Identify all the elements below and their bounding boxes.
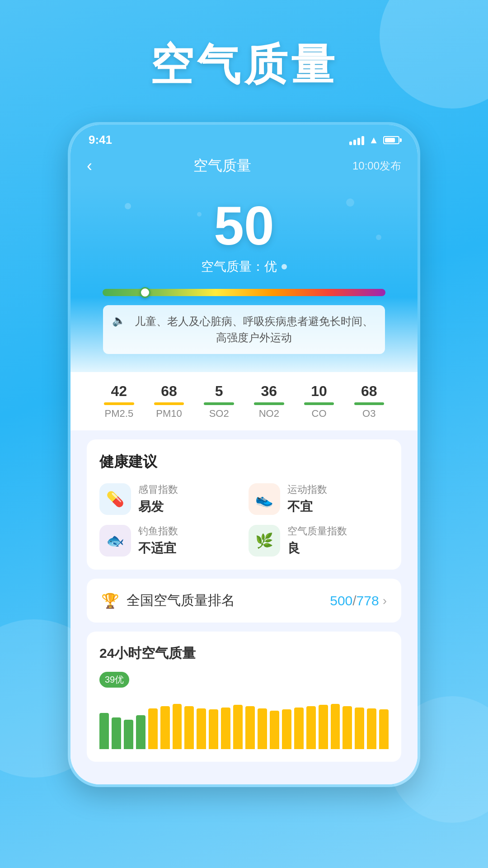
aqi-value: 50	[87, 198, 401, 253]
chart-bar	[197, 708, 206, 749]
status-icons: ▲	[349, 134, 399, 146]
chart-title: 24小时空气质量	[99, 644, 389, 663]
pollutant-bar	[354, 402, 384, 405]
content-area: 健康建议 💊 感冒指数 易发 👟 运动指数 不宜 🐟 钓鱼指数 不适宜 🌿 空气…	[70, 430, 418, 784]
back-button[interactable]: ‹	[87, 156, 92, 175]
chart-bar	[173, 704, 182, 749]
deco-dot-2	[197, 212, 202, 217]
advisory-text: 儿童、老人及心脏病、呼吸疾病患者避免长时间、高强度户外运动	[132, 313, 376, 346]
pollutant-value: 10	[294, 383, 344, 400]
health-info: 钓鱼指数 不适宜	[138, 524, 178, 557]
pollutant-name: NO2	[244, 408, 294, 420]
aqi-color-bar	[103, 289, 385, 296]
pollutant-value: 68	[344, 383, 394, 400]
pollutant-value: 68	[144, 383, 194, 400]
health-icon: 🌿	[249, 525, 280, 557]
ranking-section[interactable]: 🏆 全国空气质量排名 500/778 ›	[87, 579, 401, 623]
chart-bar	[184, 706, 194, 749]
chart-bar	[136, 715, 145, 749]
health-value: 易发	[138, 498, 178, 515]
chart-bar	[160, 706, 170, 749]
health-label: 空气质量指数	[287, 524, 347, 538]
chart-bar	[148, 708, 158, 749]
deco-dot-1	[125, 203, 131, 209]
ranking-current: 500/778	[330, 593, 379, 609]
signal-icon	[349, 135, 364, 145]
chart-bar	[367, 708, 376, 749]
health-label: 运动指数	[287, 483, 327, 496]
pollutants-row: 42 PM2.5 68 PM10 5 SO2 36 NO2 10 CO 68 O…	[87, 372, 401, 430]
ranking-label: 全国空气质量排名	[127, 591, 235, 610]
chart-bar	[282, 709, 291, 749]
phone-mockup: 9:41 ▲ ‹ 空气质量 10:00发布	[68, 122, 420, 787]
chart-bar	[112, 717, 121, 749]
health-icon: 👟	[249, 483, 280, 515]
health-value: 不宜	[287, 498, 327, 515]
chart-section: 24小时空气质量 39优	[87, 632, 401, 762]
health-item: 👟 运动指数 不宜	[249, 483, 389, 515]
pollutant-bar	[304, 402, 334, 405]
chevron-right-icon: ›	[383, 594, 387, 608]
pollutant-item: 36 NO2	[244, 383, 294, 420]
phone-inner: 9:41 ▲ ‹ 空气质量 10:00发布	[70, 125, 418, 784]
health-info: 空气质量指数 良	[287, 524, 347, 557]
chart-bar	[245, 706, 255, 749]
pollutant-name: O3	[344, 408, 394, 420]
publish-time: 10:00发布	[352, 159, 401, 173]
chart-bar	[306, 706, 316, 749]
aqi-section: 50 空气质量：优 🔈 儿童、老人及心脏病、呼吸疾病患者避免长时间、高强度户外运…	[70, 185, 418, 372]
chart-bar	[270, 711, 279, 749]
health-grid: 💊 感冒指数 易发 👟 运动指数 不宜 🐟 钓鱼指数 不适宜 🌿 空气质量指数 …	[99, 483, 389, 557]
health-info: 感冒指数 易发	[138, 483, 178, 515]
ranking-right: 500/778 ›	[330, 593, 387, 609]
pollutant-name: PM10	[144, 408, 194, 420]
advisory-box: 🔈 儿童、老人及心脏病、呼吸疾病患者避免长时间、高强度户外运动	[103, 305, 385, 354]
health-item: 💊 感冒指数 易发	[99, 483, 239, 515]
chart-badge: 39优	[99, 672, 129, 688]
pollutant-name: SO2	[194, 408, 244, 420]
trophy-icon: 🏆	[101, 592, 119, 609]
health-value: 良	[287, 540, 347, 557]
deco-dot-4	[376, 235, 381, 240]
chart-bar	[294, 708, 304, 749]
pollutant-bar	[154, 402, 184, 405]
deco-dot-3	[346, 198, 354, 207]
chart-bar	[319, 705, 328, 749]
pollutant-item: 42 PM2.5	[94, 383, 144, 420]
chart-bar	[331, 704, 340, 749]
chart-bar	[221, 708, 230, 749]
health-value: 不适宜	[138, 540, 178, 557]
speaker-icon: 🔈	[112, 314, 126, 327]
pollutant-item: 10 CO	[294, 383, 344, 420]
pollutant-value: 5	[194, 383, 244, 400]
chart-bar	[233, 705, 243, 749]
chart-bar	[343, 706, 352, 749]
aqi-dot	[282, 264, 287, 269]
chart-bar	[379, 709, 389, 749]
pollutant-item: 68 O3	[344, 383, 394, 420]
bar-chart	[99, 695, 389, 749]
aqi-label: 空气质量：优	[87, 258, 401, 275]
app-header: ‹ 空气质量 10:00发布	[70, 151, 418, 185]
health-item: 🐟 钓鱼指数 不适宜	[99, 524, 239, 557]
battery-icon	[383, 136, 399, 144]
pollutant-item: 5 SO2	[194, 383, 244, 420]
chart-bar	[258, 708, 267, 749]
health-icon: 🐟	[99, 525, 131, 557]
chart-bar	[99, 713, 109, 749]
wifi-icon: ▲	[369, 134, 379, 146]
chart-bar	[209, 709, 218, 749]
chart-bar	[124, 720, 133, 749]
pollutant-item: 68 PM10	[144, 383, 194, 420]
status-time: 9:41	[89, 133, 112, 147]
page-title-area: 空气质量	[0, 0, 488, 95]
health-section-title: 健康建议	[99, 452, 389, 472]
ranking-left: 🏆 全国空气质量排名	[101, 591, 235, 610]
health-label: 感冒指数	[138, 483, 178, 496]
pollutant-name: CO	[294, 408, 344, 420]
pollutant-bar	[104, 402, 134, 405]
chart-bar	[355, 708, 364, 749]
main-title: 空气质量	[0, 36, 488, 95]
pollutant-bar	[254, 402, 284, 405]
health-icon: 💊	[99, 483, 131, 515]
